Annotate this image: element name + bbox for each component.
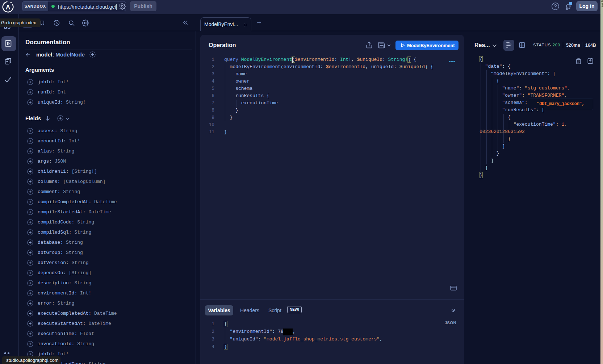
svg-text:A: A [6,4,11,11]
